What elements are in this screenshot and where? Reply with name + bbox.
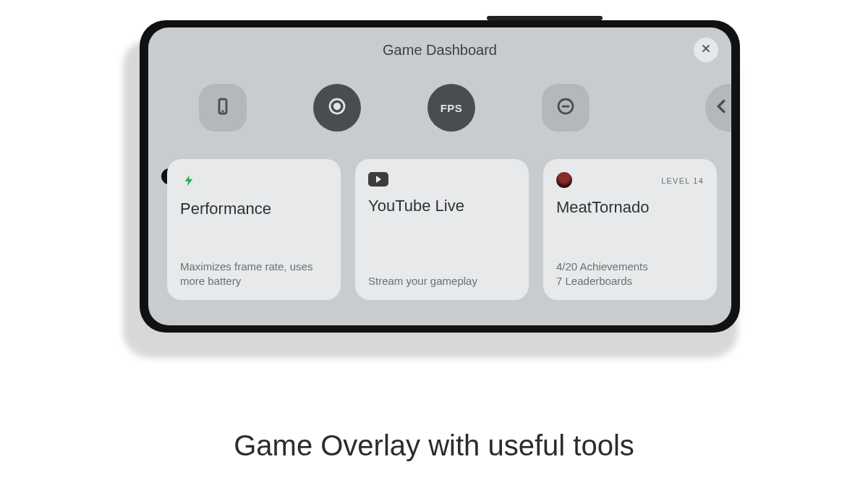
- youtube-card-title: YouTube Live: [368, 197, 516, 215]
- phone-frame: Game Dashboard: [140, 20, 740, 333]
- svg-point-5: [334, 103, 340, 109]
- youtube-live-card[interactable]: YouTube Live Stream your gameplay: [355, 159, 529, 300]
- achievements-line: 4/20 Achievements: [556, 260, 704, 274]
- fps-button[interactable]: FPS: [427, 84, 475, 132]
- avatar-icon: [556, 172, 572, 188]
- record-icon: [326, 95, 348, 120]
- screenshot-button[interactable]: [199, 84, 247, 132]
- dashboard-cards: Performance Maximizes frame rate, uses m…: [167, 159, 731, 300]
- player-name: MeatTornado: [556, 198, 704, 217]
- screenshot-icon: [212, 95, 234, 120]
- performance-card[interactable]: Performance Maximizes frame rate, uses m…: [167, 159, 341, 300]
- leaderboards-line: 7 Leaderboards: [556, 274, 704, 288]
- bolt-icon: [180, 172, 197, 189]
- close-button[interactable]: [694, 38, 718, 62]
- chevron-left-icon: [710, 95, 731, 120]
- phone-screen: Game Dashboard: [148, 27, 731, 325]
- slide-caption: Game Overlay with useful tools: [0, 429, 868, 462]
- record-button[interactable]: [313, 84, 361, 132]
- player-stats: 4/20 Achievements 7 Leaderboards: [556, 260, 704, 289]
- performance-card-title: Performance: [180, 200, 328, 218]
- player-profile-card[interactable]: LEVEL 14 MeatTornado 4/20 Achievements 7…: [543, 159, 717, 300]
- do-not-disturb-icon: [555, 95, 576, 120]
- quick-action-row: FPS: [199, 84, 731, 132]
- youtube-icon: [368, 172, 388, 187]
- fps-icon: FPS: [441, 102, 463, 114]
- player-level: LEVEL 14: [661, 176, 704, 185]
- screen-title: Game Dashboard: [148, 42, 731, 59]
- phone-hardware-buttons: [487, 16, 603, 20]
- do-not-disturb-button[interactable]: [542, 84, 590, 132]
- close-icon: [700, 43, 712, 57]
- performance-card-desc: Maximizes frame rate, uses more battery: [180, 260, 328, 289]
- more-overflow-button[interactable]: [705, 84, 731, 132]
- youtube-card-desc: Stream your gameplay: [368, 274, 516, 288]
